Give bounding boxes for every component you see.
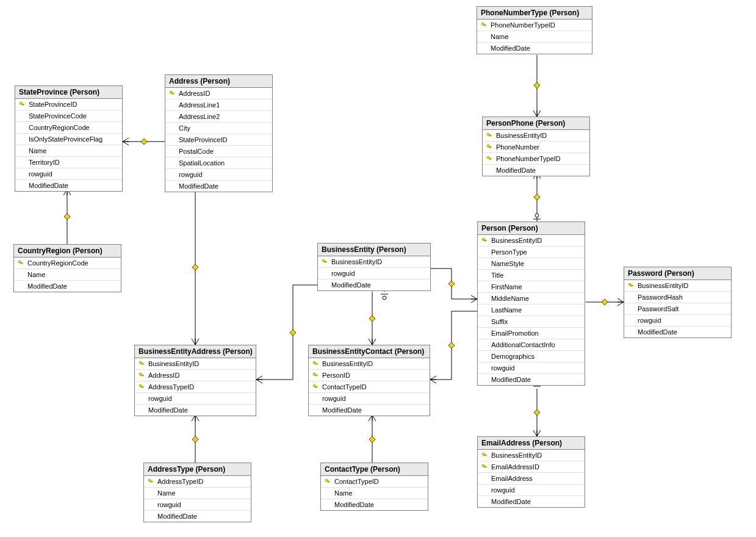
column-row[interactable]: rowguid: [318, 268, 430, 279]
svg-rect-80: [491, 135, 491, 137]
column-row[interactable]: BusinessEntityID: [309, 358, 430, 370]
column-row[interactable]: Name: [14, 269, 121, 281]
column-row[interactable]: Title: [478, 270, 585, 281]
column-row[interactable]: AddressLine2: [165, 111, 272, 123]
column-row[interactable]: ModifiedDate: [14, 281, 121, 292]
svg-rect-60: [317, 364, 317, 365]
column-row[interactable]: FirstName: [478, 281, 585, 293]
entity-phone-number-type[interactable]: PhoneNumberType (Person) PhoneNumberType…: [477, 6, 592, 54]
svg-rect-53: [151, 481, 151, 482]
column-row[interactable]: BusinessEntityID: [135, 358, 256, 370]
column-row[interactable]: CountryRegionCode: [15, 122, 122, 134]
column-row[interactable]: BusinessEntityID: [478, 450, 585, 461]
column-row[interactable]: BusinessEntityID: [478, 235, 585, 247]
column-row[interactable]: Suffix: [478, 316, 585, 328]
column-row[interactable]: Name: [144, 488, 251, 499]
column-row[interactable]: MiddleName: [478, 293, 585, 305]
entity-address-type[interactable]: AddressType (Person) AddressTypeIDNamero…: [143, 463, 251, 522]
column-row[interactable]: ModifiedDate: [309, 405, 430, 416]
entity-business-entity-contact[interactable]: BusinessEntityContact (Person) BusinessE…: [308, 345, 430, 416]
column-row[interactable]: ContactTypeID: [309, 381, 430, 393]
column-row[interactable]: CountryRegionCode: [14, 258, 121, 269]
column-row[interactable]: AddressTypeID: [144, 476, 251, 488]
column-row[interactable]: ModifiedDate: [135, 405, 256, 416]
column-row[interactable]: StateProvinceID: [165, 134, 272, 146]
entity-email-address[interactable]: EmailAddress (Person) BusinessEntityID E…: [477, 436, 585, 508]
column-name: ModifiedDate: [496, 167, 587, 174]
entity-address[interactable]: Address (Person) AddressIDAddressLine1Ad…: [165, 74, 273, 192]
column-row[interactable]: PhoneNumber: [483, 142, 589, 153]
column-row[interactable]: ModifiedDate: [321, 499, 428, 510]
entity-contact-type[interactable]: ContactType (Person) ContactTypeIDNameMo…: [320, 463, 428, 511]
entity-country-region[interactable]: CountryRegion (Person) CountryRegionCode…: [13, 244, 121, 292]
entity-title: PersonPhone (Person): [483, 117, 589, 130]
column-row[interactable]: AddressLine1: [165, 99, 272, 111]
column-name: AddressID: [148, 372, 253, 379]
column-row[interactable]: AddressTypeID: [135, 381, 256, 393]
primary-key-icon: [137, 384, 146, 390]
column-row[interactable]: PasswordSalt: [624, 303, 731, 315]
column-row[interactable]: IsOnlyStateProvinceFlag: [15, 134, 122, 145]
column-row[interactable]: PhoneNumberTypeID: [483, 153, 589, 165]
column-row[interactable]: ContactTypeID: [321, 476, 428, 488]
column-name: EmailAddressID: [491, 463, 582, 470]
column-row[interactable]: NameStyle: [478, 258, 585, 270]
column-row[interactable]: City: [165, 123, 272, 134]
column-row[interactable]: PersonID: [309, 370, 430, 381]
column-row[interactable]: ModifiedDate: [165, 181, 272, 192]
column-name: PostalCode: [179, 148, 270, 155]
svg-rect-105: [484, 467, 485, 467]
column-row[interactable]: ModifiedDate: [144, 511, 251, 522]
column-row[interactable]: PasswordHash: [624, 292, 731, 303]
column-row[interactable]: TerritoryID: [15, 157, 122, 168]
column-name: Suffix: [491, 318, 582, 325]
column-row[interactable]: StateProvinceID: [15, 99, 122, 110]
column-row[interactable]: PersonType: [478, 247, 585, 258]
column-row[interactable]: ModifiedDate: [478, 496, 585, 507]
column-row[interactable]: Name: [321, 488, 428, 499]
column-row[interactable]: rowguid: [624, 315, 731, 326]
column-row[interactable]: PostalCode: [165, 146, 272, 157]
column-row[interactable]: ModifiedDate: [15, 180, 122, 191]
column-row[interactable]: BusinessEntityID: [318, 256, 430, 268]
column-row[interactable]: ModifiedDate: [483, 165, 589, 176]
column-row[interactable]: BusinessEntityID: [624, 280, 731, 292]
column-row[interactable]: ModifiedDate: [478, 374, 585, 385]
column-row[interactable]: PhoneNumberTypeID: [477, 20, 592, 31]
column-row[interactable]: rowguid: [135, 393, 256, 405]
column-row[interactable]: ModifiedDate: [624, 326, 731, 337]
column-row[interactable]: EmailAddressID: [478, 461, 585, 473]
column-name: BusinessEntityID: [638, 282, 729, 289]
column-row[interactable]: ModifiedDate: [318, 279, 430, 290]
column-row[interactable]: BusinessEntityID: [483, 130, 589, 142]
column-row[interactable]: EmailPromotion: [478, 328, 585, 339]
entity-business-entity[interactable]: BusinessEntity (Person) BusinessEntityID…: [317, 243, 431, 291]
column-name: ModifiedDate: [322, 406, 427, 414]
entity-state-province[interactable]: StateProvince (Person) StateProvinceIDSt…: [15, 85, 123, 192]
svg-rect-100: [486, 455, 486, 456]
column-row[interactable]: rowguid: [15, 168, 122, 180]
column-row[interactable]: rowguid: [309, 393, 430, 405]
column-row[interactable]: rowguid: [478, 362, 585, 374]
column-row[interactable]: LastName: [478, 305, 585, 316]
primary-key-icon: [480, 237, 489, 243]
column-name: PersonID: [322, 372, 427, 379]
entity-person[interactable]: Person (Person) BusinessEntityIDPersonTy…: [477, 222, 585, 386]
column-row[interactable]: rowguid: [144, 499, 251, 511]
entity-person-phone[interactable]: PersonPhone (Person) BusinessEntityID Ph…: [482, 117, 590, 176]
column-row[interactable]: StateProvinceCode: [15, 110, 122, 122]
entity-business-entity-address[interactable]: BusinessEntityAddress (Person) BusinessE…: [134, 345, 256, 416]
column-row[interactable]: EmailAddress: [478, 473, 585, 485]
column-row[interactable]: rowguid: [478, 485, 585, 496]
entity-password[interactable]: Password (Person) BusinessEntityIDPasswo…: [624, 267, 732, 338]
column-row[interactable]: Name: [15, 145, 122, 157]
column-row[interactable]: AddressID: [135, 370, 256, 381]
column-row[interactable]: Demographics: [478, 351, 585, 362]
column-row[interactable]: SpatialLocation: [165, 157, 272, 169]
svg-rect-33: [172, 93, 173, 94]
column-row[interactable]: ModifiedDate: [477, 43, 592, 54]
column-row[interactable]: Name: [477, 31, 592, 43]
column-row[interactable]: AddressID: [165, 88, 272, 99]
column-row[interactable]: AdditionalContactInfo: [478, 339, 585, 351]
column-row[interactable]: rowguid: [165, 169, 272, 181]
